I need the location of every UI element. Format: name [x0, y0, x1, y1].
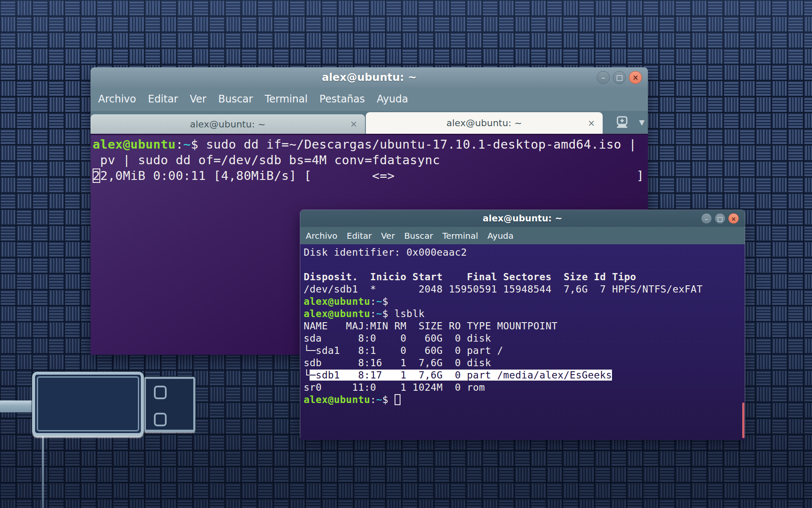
terminal-line: └─sda1 8:1 0 60G 0 part /: [304, 345, 745, 357]
terminal-tab[interactable]: alex@ubuntu: ~×: [366, 112, 603, 134]
close-button[interactable]: ×: [728, 213, 739, 224]
menu-item-ver[interactable]: Ver: [184, 93, 212, 105]
window-title: alex@ubuntu: ~: [483, 213, 562, 224]
minimize-icon: –: [601, 73, 605, 82]
menu-item-editar[interactable]: Editar: [342, 231, 376, 241]
menu-item-archivo[interactable]: Archivo: [301, 231, 342, 241]
tab-close-icon[interactable]: ×: [587, 118, 595, 128]
terminal-line: └─sdb1 8:17 1 7,6G 0 part /media/alex/Es…: [304, 369, 745, 381]
terminal-line: pv | sudo dd of=/dev/sdb bs=4M conv=fdat…: [93, 152, 648, 168]
minimize-icon: –: [705, 215, 708, 222]
minimize-button[interactable]: –: [597, 71, 610, 84]
terminal-line: alex@ubuntu:~$ lsblk: [304, 308, 745, 320]
close-button[interactable]: ×: [629, 71, 642, 84]
terminal-line: /dev/sdb1 * 2048 15950591 15948544 7,6G …: [304, 283, 745, 295]
terminal-line: sdb 8:16 1 7,6G 0 disk: [304, 357, 745, 369]
menu-item-ayuda[interactable]: Ayuda: [483, 231, 518, 241]
usb-vertical-line: [42, 436, 44, 508]
usb-body-inner-outline: [37, 376, 139, 431]
menu-item-buscar[interactable]: Buscar: [400, 231, 438, 241]
new-terminal-icon[interactable]: [614, 116, 631, 129]
tab-bar-controls: ▼: [614, 111, 645, 134]
terminal-tab[interactable]: alex@ubuntu: ~×: [91, 114, 365, 134]
usb-contact: [154, 386, 167, 399]
usb-body: [32, 372, 144, 436]
usb-contact: [154, 413, 167, 426]
scrollbar[interactable]: [742, 403, 744, 438]
maximize-icon: □: [717, 215, 723, 222]
menu-bar: ArchivoEditarVerBuscarTerminalAyuda: [300, 227, 745, 244]
terminal-line: Disk identifier: 0x000eaac2: [304, 246, 745, 259]
desktop: alex@ubuntu: ~ – □ × ArchivoEditarVerBus…: [0, 0, 812, 508]
tab-close-icon[interactable]: ×: [350, 119, 357, 129]
tab-strip: alex@ubuntu: ~×alex@ubuntu: ~×: [91, 111, 604, 134]
terminal-line: sr0 11:0 1 1024M 0 rom: [304, 381, 745, 394]
menu-item-pestañas[interactable]: Pestañas: [313, 93, 370, 105]
close-icon: ×: [632, 73, 638, 82]
menu-item-buscar[interactable]: Buscar: [212, 93, 259, 105]
terminal-line: NAME MAJ:MIN RM SIZE RO TYPE MOUNTPOINT: [304, 320, 745, 332]
terminal-line: alex@ubuntu:~$: [304, 295, 745, 308]
menu-bar: ArchivoEditarVerBuscarTerminalPestañasAy…: [91, 87, 648, 111]
minimize-button[interactable]: –: [701, 213, 712, 224]
usb-connector: [144, 377, 195, 432]
maximize-icon: □: [616, 73, 623, 82]
menu-item-terminal[interactable]: Terminal: [259, 93, 313, 105]
maximize-button[interactable]: □: [715, 213, 725, 224]
terminal-window-2: alex@ubuntu: ~ – □ × ArchivoEditarVerBus…: [300, 210, 745, 438]
menu-item-ayuda[interactable]: Ayuda: [371, 93, 414, 105]
tab-bar: alex@ubuntu: ~×alex@ubuntu: ~× ▼: [91, 111, 648, 134]
close-icon: ×: [731, 215, 736, 222]
menu-item-ver[interactable]: Ver: [376, 231, 400, 241]
window-controls: – □ ×: [597, 71, 642, 84]
menu-item-editar[interactable]: Editar: [142, 93, 184, 105]
tab-label: alex@ubuntu: ~: [190, 119, 266, 130]
terminal-line: sda 8:0 0 60G 0 disk: [304, 332, 745, 345]
terminal-line: alex@ubuntu:~$: [304, 394, 745, 406]
window-titlebar[interactable]: alex@ubuntu: ~ – □ ×: [91, 67, 648, 87]
maximize-button[interactable]: □: [613, 71, 626, 84]
terminal-line: alex@ubuntu:~$ sudo dd if=~/Descargas/ub…: [93, 137, 648, 152]
window-controls: – □ ×: [701, 213, 739, 224]
menu-item-terminal[interactable]: Terminal: [438, 231, 483, 241]
window-titlebar[interactable]: alex@ubuntu: ~ – □ ×: [300, 210, 745, 227]
tab-label: alex@ubuntu: ~: [447, 118, 522, 128]
terminal-line: 22,0MiB 0:00:11 [4,80MiB/s] [ <=> ]: [93, 168, 648, 184]
terminal-line: [304, 259, 745, 271]
terminal-line: Disposit. Inicio Start Final Sectores Si…: [304, 271, 745, 283]
window-title: alex@ubuntu: ~: [322, 71, 417, 83]
tab-list-dropdown-button[interactable]: ▼: [639, 118, 645, 127]
terminal-content[interactable]: Disk identifier: 0x000eaac2Disposit. Ini…: [300, 244, 745, 440]
menu-item-archivo[interactable]: Archivo: [92, 93, 142, 105]
